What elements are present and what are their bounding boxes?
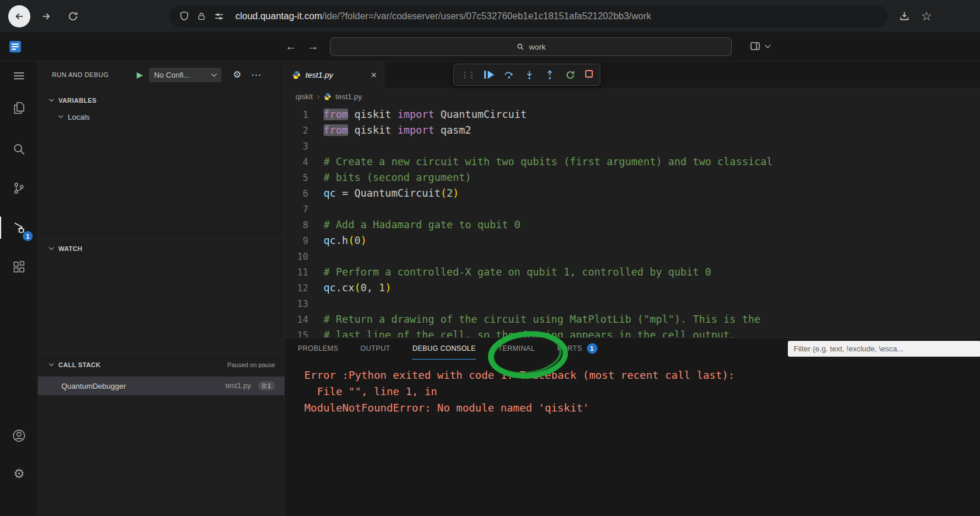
paused-status-text: Paused on pause xyxy=(227,361,284,368)
code-line[interactable]: 2from qiskit import qasm2 xyxy=(285,123,980,138)
lock-icon[interactable] xyxy=(197,11,206,22)
debug-config-label: No Confi... xyxy=(154,71,208,79)
start-debug-button[interactable]: ▶ xyxy=(137,71,143,79)
command-center-search[interactable]: work xyxy=(330,37,732,56)
code-text: from qiskit import QuantumCircuit xyxy=(324,107,527,123)
step-into-button[interactable] xyxy=(524,69,535,81)
run-debug-header: RUN AND DEBUG ▶ No Confi... ⚙ ⋯ xyxy=(38,66,284,83)
code-line[interactable]: 11# Perform a controlled-X gate on qubit… xyxy=(285,264,980,280)
debug-settings-gear-icon[interactable]: ⚙ xyxy=(233,70,241,79)
code-line[interactable]: 1from qiskit import QuantumCircuit xyxy=(285,107,980,123)
account-icon xyxy=(11,428,27,444)
shield-icon[interactable] xyxy=(179,10,190,22)
browser-action-icons: ☆ xyxy=(898,10,932,22)
breadcrumb: qiskit › test1.py xyxy=(285,89,980,104)
code-text: # Create a new circuit with two qubits (… xyxy=(324,154,773,170)
save-page-icon[interactable] xyxy=(898,10,911,22)
sidebar-item-explorer[interactable] xyxy=(0,94,38,122)
code-line[interactable]: 8# Add a Hadamard gate to qubit 0 xyxy=(285,217,980,233)
sidebar-item-source-control[interactable] xyxy=(0,174,38,202)
bottom-panel: PROBLEMS OUTPUT DEBUG CONSOLE TERMINAL P… xyxy=(285,337,980,516)
stop-button[interactable] xyxy=(585,69,593,80)
callstack-frame-row[interactable]: QuantumDebugger test1.py 0:1 xyxy=(38,376,284,395)
line-number: 14 xyxy=(285,312,324,327)
run-debug-sidebar: RUN AND DEBUG ▶ No Confi... ⚙ ⋯ VARIABLE… xyxy=(38,61,284,516)
panel-tab-debug-console[interactable]: DEBUG CONSOLE xyxy=(412,338,476,360)
settings-button[interactable]: ⚙ xyxy=(0,460,38,488)
source-control-icon xyxy=(12,181,26,196)
sidebar-item-run-debug[interactable]: 1 xyxy=(0,214,38,242)
step-over-button[interactable] xyxy=(503,69,515,81)
callstack-section-header[interactable]: CALL STACK Paused on pause xyxy=(38,358,284,372)
frame-name: QuantumDebugger xyxy=(61,382,126,391)
step-out-button[interactable] xyxy=(544,69,555,81)
step-out-icon xyxy=(544,69,555,81)
explorer-files-icon xyxy=(12,100,27,116)
search-icon xyxy=(12,142,26,156)
python-file-icon xyxy=(324,93,331,100)
chevron-down-icon xyxy=(765,42,771,48)
code-line[interactable]: 5# bits (second argument) xyxy=(285,170,980,186)
browser-window: cloud.quantag-it.com/ide/?folder=/var/co… xyxy=(0,0,980,516)
sidebar-item-search[interactable] xyxy=(0,135,38,163)
line-number: 6 xyxy=(285,186,324,201)
toolbar-drag-handle[interactable]: ⋮⋮ xyxy=(461,70,475,79)
locals-label: Locals xyxy=(68,113,90,121)
code-line[interactable]: 15# last line of the cell, so the drawin… xyxy=(285,327,980,337)
editor-tab-test1py[interactable]: test1.py × xyxy=(285,61,384,89)
favorite-star-icon[interactable]: ☆ xyxy=(921,10,932,22)
watch-section-header[interactable]: WATCH xyxy=(38,242,284,256)
customize-layout-button[interactable] xyxy=(749,40,770,52)
step-over-icon xyxy=(503,69,515,81)
code-line[interactable]: 7 xyxy=(285,201,980,217)
more-actions-button[interactable]: ⋯ xyxy=(251,70,261,80)
ports-count-badge: 1 xyxy=(587,343,597,354)
menu-button[interactable] xyxy=(0,62,38,90)
restart-button[interactable] xyxy=(565,69,576,81)
refresh-icon xyxy=(67,11,79,22)
code-text: # last line of the cell, so the drawing … xyxy=(324,327,736,337)
line-number: 11 xyxy=(285,264,324,280)
browser-forward-button[interactable] xyxy=(35,5,57,27)
panel-tab-output[interactable]: OUTPUT xyxy=(360,338,390,360)
code-line[interactable]: 6qc = QuantumCircuit(2) xyxy=(285,186,980,201)
code-line[interactable]: 10 xyxy=(285,249,980,264)
code-line[interactable]: 12qc.cx(0, 1) xyxy=(285,280,980,296)
code-line[interactable]: 9qc.h(0) xyxy=(285,233,980,249)
editor-area: test1.py × ⋮⋮ qiskit › tes xyxy=(284,61,980,516)
panel-tab-problems[interactable]: PROBLEMS xyxy=(298,338,338,360)
code-line[interactable]: 14# Return a drawing of the circuit usin… xyxy=(285,312,980,327)
app-logo-icon xyxy=(8,39,23,54)
console-filter-input[interactable] xyxy=(788,341,980,357)
chevron-down-icon xyxy=(58,113,63,118)
editor-forward-button[interactable]: → xyxy=(305,39,321,55)
locals-tree-item[interactable]: Locals xyxy=(59,110,90,123)
site-permissions-icon[interactable] xyxy=(213,11,225,22)
panel-tab-ports[interactable]: PORTS1 xyxy=(557,338,597,360)
console-line: File "", line 1, in xyxy=(304,383,980,400)
sidebar-item-extensions[interactable] xyxy=(0,253,38,281)
tab-title: test1.py xyxy=(305,71,333,79)
callstack-label: CALL STACK xyxy=(58,361,100,368)
code-text: # Perform a controlled-X gate on qubit 1… xyxy=(324,264,711,280)
browser-refresh-button[interactable] xyxy=(62,5,84,27)
code-line[interactable]: 13 xyxy=(285,296,980,312)
panel-tab-terminal[interactable]: TERMINAL xyxy=(498,338,535,360)
account-button[interactable] xyxy=(0,421,38,449)
code-editor[interactable]: 1from qiskit import QuantumCircuit2from … xyxy=(285,104,980,337)
address-bar[interactable]: cloud.quantag-it.com/ide/?folder=/var/co… xyxy=(169,5,888,27)
editor-back-button[interactable]: ← xyxy=(283,39,299,55)
code-line[interactable]: 3 xyxy=(285,138,980,154)
console-line: ModuleNotFoundError: No module named 'qi… xyxy=(304,400,980,416)
step-into-icon xyxy=(524,69,535,81)
close-tab-icon[interactable]: × xyxy=(371,70,377,80)
breadcrumb-file[interactable]: test1.py xyxy=(335,92,362,101)
debug-config-dropdown[interactable]: No Confi... xyxy=(149,68,221,82)
variables-section-header[interactable]: VARIABLES xyxy=(38,93,284,107)
code-text: qc.cx(0, 1) xyxy=(324,280,391,296)
code-line[interactable]: 4# Create a new circuit with two qubits … xyxy=(285,154,980,170)
continue-button[interactable] xyxy=(484,71,494,79)
browser-back-button[interactable] xyxy=(8,5,30,27)
line-number: 12 xyxy=(285,280,324,296)
breadcrumb-folder[interactable]: qiskit xyxy=(296,92,313,101)
